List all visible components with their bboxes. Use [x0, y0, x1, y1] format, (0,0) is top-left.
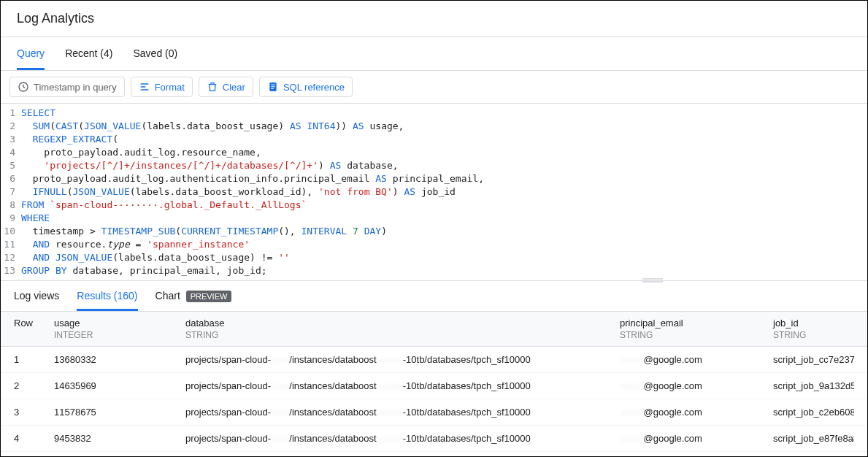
- format-label: Format: [155, 82, 185, 93]
- timestamp-label: Timestamp in query: [34, 82, 117, 93]
- cell-email: ·········@google.com: [620, 433, 773, 444]
- tab-recent[interactable]: Recent (4): [65, 37, 112, 70]
- col-row: Row: [14, 318, 54, 329]
- page-title: Log Analytics: [1, 1, 867, 37]
- tab-query[interactable]: Query: [17, 37, 45, 70]
- table-row[interactable]: 113680332projects/span-cloud-·······/ins…: [1, 347, 867, 373]
- tab-chart[interactable]: Chart PREVIEW: [155, 281, 232, 311]
- svg-rect-6: [642, 281, 663, 283]
- svg-rect-3: [271, 86, 274, 87]
- results-table: Row usageINTEGER databaseSTRING principa…: [1, 312, 867, 457]
- table-row[interactable]: 311578675projects/span-cloud-·······/ins…: [1, 399, 867, 426]
- results-tabs: Log views Results (160) Chart PREVIEW: [1, 281, 867, 312]
- table-header: Row usageINTEGER databaseSTRING principa…: [1, 312, 867, 347]
- query-toolbar: Timestamp in query Format Clear SQL refe…: [1, 71, 867, 104]
- cell-email: ·········@google.com: [620, 354, 773, 365]
- cell-usage: 9453832: [54, 433, 185, 444]
- clock-icon: [18, 81, 29, 93]
- format-icon: [139, 81, 150, 93]
- table-row[interactable]: 49453832projects/span-cloud-·······/inst…: [1, 426, 867, 452]
- svg-rect-4: [271, 88, 273, 89]
- cell-database: projects/span-cloud-·······/instances/da…: [185, 407, 620, 418]
- col-database: database: [185, 318, 620, 329]
- cell-usage: 14635969: [54, 380, 185, 391]
- col-usage: usage: [54, 318, 185, 329]
- table-row[interactable]: 54113507projects/span-cloud-·······/inst…: [1, 452, 867, 457]
- cell-row: 4: [14, 433, 54, 444]
- cell-email: ·········@google.com: [620, 380, 773, 391]
- cell-usage: 13680332: [54, 354, 185, 365]
- cell-database: projects/span-cloud-·······/instances/da…: [185, 354, 620, 365]
- col-jobid: job_id: [773, 318, 854, 329]
- sql-reference-button[interactable]: SQL reference: [259, 77, 353, 97]
- timestamp-in-query-button[interactable]: Timestamp in query: [9, 77, 125, 97]
- cell-jobid: script_job_cc7e237ba: [773, 354, 854, 365]
- clear-label: Clear: [223, 82, 245, 93]
- main-tabs: Query Recent (4) Saved (0): [1, 37, 867, 71]
- cell-jobid: script_job_9a132d5d7: [773, 380, 854, 391]
- cell-usage: 11578675: [54, 407, 185, 418]
- svg-rect-2: [271, 85, 274, 85]
- cell-row: 3: [14, 407, 54, 418]
- cell-database: projects/span-cloud-·······/instances/da…: [185, 380, 620, 391]
- tab-saved[interactable]: Saved (0): [133, 37, 177, 70]
- chart-label: Chart: [155, 290, 180, 302]
- document-icon: [267, 81, 279, 93]
- cell-row: 1: [14, 354, 54, 365]
- cell-jobid: script_job_e87fe8a8a: [773, 433, 854, 444]
- clear-button[interactable]: Clear: [199, 77, 253, 97]
- col-email: principal_email: [620, 318, 773, 329]
- cell-database: projects/span-cloud-·······/instances/da…: [185, 433, 620, 444]
- trash-icon: [207, 81, 218, 93]
- resize-handle-icon[interactable]: [642, 278, 663, 283]
- preview-badge: PREVIEW: [186, 291, 232, 302]
- sql-editor[interactable]: 1SELECT 2 SUM(CAST(JSON_VALUE(labels.dat…: [1, 104, 867, 281]
- cell-email: ·········@google.com: [620, 407, 773, 418]
- table-row[interactable]: 214635969projects/span-cloud-·······/ins…: [1, 373, 867, 399]
- tab-results[interactable]: Results (160): [77, 281, 137, 311]
- tab-log-views[interactable]: Log views: [14, 281, 59, 311]
- svg-rect-5: [642, 278, 663, 280]
- cell-row: 2: [14, 380, 54, 391]
- cell-jobid: script_job_c2eb60835: [773, 407, 854, 418]
- sqlref-label: SQL reference: [283, 82, 345, 93]
- format-button[interactable]: Format: [131, 77, 193, 97]
